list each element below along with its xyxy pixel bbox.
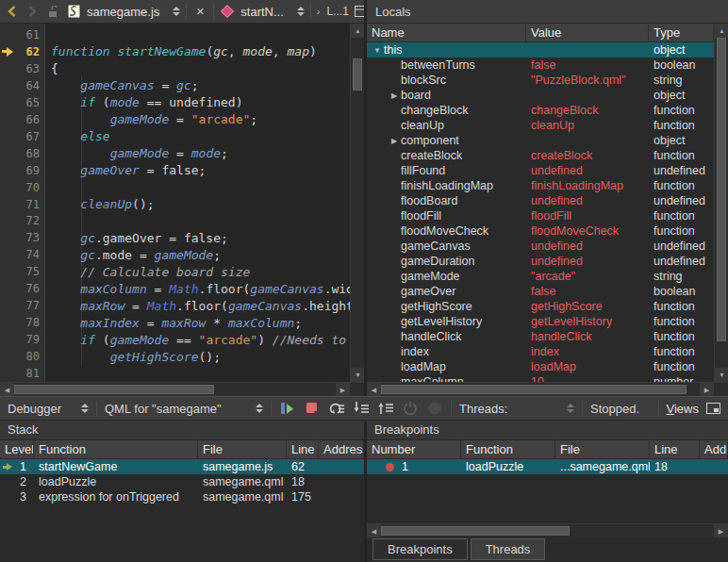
locals-row[interactable]: handleClickhandleClickfunction (367, 329, 714, 344)
stack-header[interactable]: LevelFunctionFileLineAddress (0, 440, 364, 459)
column-header[interactable]: Address (319, 440, 364, 458)
scroll-right-icon[interactable]: ▶ (714, 524, 728, 538)
scroll-down-icon[interactable]: ▼ (715, 368, 728, 382)
editor-hscrollbar[interactable]: ◀ ▶ (0, 382, 364, 396)
dock-tab-threads[interactable]: Threads (471, 538, 546, 560)
locals-row[interactable]: betweenTurnsfalseboolean (367, 58, 714, 73)
forward-button[interactable] (25, 2, 40, 21)
column-header[interactable]: File (555, 440, 650, 458)
code-line[interactable]: maxRow = Math.floor(gameCanvas.height (51, 298, 350, 315)
gutter-line[interactable]: 80 (0, 348, 44, 365)
breakpoint-row[interactable]: 1loadPuzzle...samegame.qml18 (367, 459, 728, 474)
scroll-right-icon[interactable]: ▶ (336, 383, 350, 397)
close-document-button[interactable]: × (192, 2, 207, 21)
code-line[interactable]: gameCanvas = gc; (51, 77, 350, 94)
column-header[interactable]: Function (461, 440, 555, 458)
expander-closed-icon[interactable]: ▶ (388, 91, 401, 100)
file-spinner-icon[interactable] (173, 7, 180, 16)
locals-row[interactable]: floodMoveCheckfloodMoveCheckfunction (367, 223, 714, 239)
stack-frame-row[interactable]: 3expression for onTriggeredsamegame.qml1… (0, 489, 364, 504)
column-header[interactable]: Line (650, 440, 700, 458)
stop-debugger-button[interactable] (304, 400, 321, 417)
column-header[interactable]: Function (34, 440, 198, 458)
code-line[interactable] (51, 26, 350, 43)
scroll-left-icon[interactable]: ◀ (367, 383, 381, 397)
code-line[interactable]: if (mode == undefined) (51, 94, 350, 111)
scroll-thumb[interactable] (717, 38, 726, 341)
locals-row[interactable]: gameCanvasundefinedundefined (367, 239, 714, 254)
locals-row[interactable]: cleanUpcleanUpfunction (367, 118, 714, 133)
gutter-line[interactable]: 72 (0, 212, 44, 229)
locals-row[interactable]: getLevelHistorygetLevelHistoryfunction (367, 314, 714, 329)
code-line[interactable]: gc.mode = gameMode; (51, 247, 350, 264)
code-line[interactable]: gameOver = false; (51, 162, 350, 179)
gutter-line[interactable]: 66 (0, 111, 44, 128)
gutter-line[interactable]: 77 (0, 297, 44, 314)
column-header[interactable]: Number (367, 440, 461, 458)
scroll-up-icon[interactable]: ▲ (351, 24, 364, 38)
scroll-track[interactable] (715, 38, 728, 368)
scroll-down-icon[interactable]: ▼ (351, 368, 364, 382)
locals-row[interactable]: ▶boardobject (367, 88, 714, 103)
locals-row[interactable]: gameMode"arcade"string (367, 269, 714, 284)
code-line[interactable]: { (51, 60, 350, 77)
editor-vscrollbar[interactable]: ▲ ▼ (350, 24, 364, 382)
locals-row[interactable]: fillFoundundefinedundefined (367, 163, 714, 178)
gutter-line[interactable]: 78 (0, 314, 44, 331)
gutter-line[interactable]: 64 (0, 77, 44, 94)
code-line[interactable]: maxIndex = maxRow * maxColumn; (51, 315, 350, 332)
code-line[interactable]: else (51, 128, 350, 145)
threads-dropdown[interactable]: Threads: (459, 402, 574, 416)
overflow-chevron-icon[interactable]: › (317, 6, 321, 17)
code-line[interactable]: function startNewGame(gc, mode, map) (51, 43, 350, 60)
expander-closed-icon[interactable]: ▶ (388, 137, 401, 145)
locals-row[interactable]: getHighScoregetHighScorefunction (367, 299, 714, 314)
scroll-thumb[interactable] (353, 58, 362, 91)
editor-code-area[interactable]: function startNewGame(gc, mode, map){ ga… (45, 24, 350, 382)
gutter-line[interactable]: 65 (0, 94, 44, 111)
gutter-line[interactable]: 67 (0, 128, 44, 145)
column-header[interactable]: File (198, 440, 287, 458)
scroll-track[interactable] (351, 38, 364, 368)
locals-row[interactable]: gameDurationundefinedundefined (367, 254, 714, 269)
symbol-spinner-icon[interactable] (297, 7, 305, 16)
interrupt-button[interactable] (402, 400, 419, 417)
locals-hscrollbar[interactable]: ◀ ▶ (367, 382, 728, 396)
split-editor-button[interactable] (355, 2, 364, 21)
locals-header[interactable]: NameValueType (367, 24, 714, 42)
code-line[interactable]: gameMode = "arcade"; (51, 111, 350, 128)
debug-engine-dropdown[interactable]: QML for "samegame" (105, 402, 263, 416)
code-line[interactable] (51, 366, 350, 382)
gutter-line[interactable]: 68 (0, 145, 44, 162)
lock-button[interactable] (45, 2, 60, 21)
gutter-line[interactable]: 75 (0, 263, 44, 280)
scroll-thumb[interactable] (381, 526, 570, 536)
gutter-line[interactable]: 62 (0, 43, 44, 60)
column-header[interactable]: Level (0, 440, 34, 458)
gutter-line[interactable]: 81 (0, 365, 44, 382)
code-line[interactable] (51, 179, 350, 196)
gutter-line[interactable]: 61 (0, 26, 44, 43)
debugger-mode-dropdown[interactable]: Debugger (8, 402, 89, 416)
code-line[interactable] (51, 213, 350, 230)
column-header[interactable]: Address (700, 440, 728, 458)
gutter-line[interactable]: 76 (0, 280, 44, 297)
gutter-line[interactable]: 69 (0, 162, 44, 179)
locals-row[interactable]: createBlockcreateBlockfunction (367, 148, 714, 163)
scroll-track[interactable] (381, 383, 700, 396)
scroll-track[interactable] (381, 524, 714, 537)
code-line[interactable]: maxColumn = Math.floor(gameCanvas.width (51, 281, 350, 298)
locals-row[interactable]: indexindexfunction (367, 344, 714, 359)
column-header[interactable]: Value (526, 24, 649, 41)
stack-frame-row[interactable]: 1startNewGamesamegame.js62 (0, 459, 364, 474)
gutter-line[interactable]: 79 (0, 331, 44, 348)
column-header[interactable]: Line (287, 440, 319, 458)
scroll-right-icon[interactable]: ▶ (700, 383, 714, 397)
editor-gutter[interactable]: 6162636465666768697071727374757677787980… (0, 24, 45, 382)
locals-row[interactable]: ▼thisobject (367, 42, 714, 58)
code-line[interactable]: getHighScore(); (51, 349, 350, 366)
dock-tab-breakpoints[interactable]: Breakpoints (372, 538, 468, 560)
locals-vscrollbar[interactable]: ▲ ▼ (714, 24, 728, 382)
locals-row[interactable]: finishLoadingMapfinishLoadingMapfunction (367, 178, 714, 193)
step-out-button[interactable] (377, 400, 394, 417)
